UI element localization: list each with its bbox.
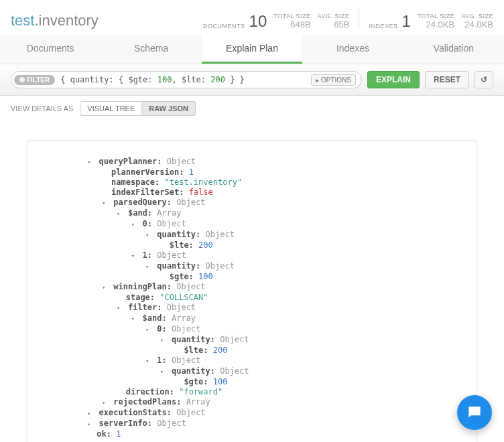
toggle-icon[interactable]: ▾ bbox=[145, 230, 152, 240]
json-row: ▸ executionStats: Object bbox=[68, 408, 463, 419]
reset-button[interactable]: RESET bbox=[425, 71, 469, 88]
json-row: ▾ rejectedPlans: Array bbox=[68, 397, 463, 408]
idx-avgsize-label: AVG. SIZE bbox=[461, 13, 493, 19]
options-button[interactable]: ▸ OPTIONS bbox=[311, 74, 356, 86]
json-row: ok: 1 bbox=[68, 429, 463, 439]
toggle-icon[interactable]: ▾ bbox=[145, 356, 152, 366]
json-row: ▾ 1: Object bbox=[68, 250, 463, 261]
chat-widget[interactable] bbox=[457, 395, 492, 430]
json-row: ▾ winningPlan: Object bbox=[68, 282, 463, 293]
json-output: ▾ queryPlanner: Object plannerVersion: 1… bbox=[27, 140, 477, 442]
avgsize-label: AVG. SIZE bbox=[318, 13, 350, 19]
docs-label: DOCUMENTS bbox=[203, 23, 245, 29]
json-row: ▾ filter: Object bbox=[68, 303, 463, 313]
json-row: ▾ quantity: Object bbox=[68, 366, 463, 377]
collection-tabs: Documents Schema Explain Plan Indexes Va… bbox=[0, 35, 504, 64]
totalsize-label: TOTAL SIZE bbox=[273, 13, 310, 19]
json-row: ▾ quantity: Object bbox=[68, 261, 463, 272]
json-row: ▸ serverInfo: Object bbox=[68, 419, 463, 429]
json-row: ▾ 1: Object bbox=[68, 356, 463, 366]
toggle-icon[interactable]: ▾ bbox=[102, 283, 109, 293]
json-row: stage: "COLLSCAN" bbox=[68, 293, 463, 303]
stats-separator bbox=[359, 9, 359, 29]
json-row: direction: "forward" bbox=[68, 387, 463, 397]
json-row: ▾ $and: Array bbox=[68, 313, 463, 324]
toggle-icon[interactable]: ▾ bbox=[145, 325, 152, 335]
toggle-icon[interactable]: ▾ bbox=[131, 220, 137, 230]
json-row: ▾ $and: Array bbox=[68, 208, 463, 219]
explain-button[interactable]: EXPLAIN bbox=[367, 71, 420, 88]
json-row: $lte: 200 bbox=[68, 346, 463, 356]
filter-badge: FILTER bbox=[14, 75, 55, 85]
toggle-icon[interactable]: ▾ bbox=[117, 303, 123, 313]
view-details-label: VIEW DETAILS AS bbox=[11, 104, 73, 113]
toggle-icon[interactable]: ▾ bbox=[145, 262, 152, 272]
json-row: indexFilterSet: false bbox=[68, 188, 463, 198]
json-row: ▾ 0: Object bbox=[68, 219, 463, 230]
toggle-icon[interactable]: ▾ bbox=[117, 209, 123, 219]
toggle-icon[interactable]: ▾ bbox=[160, 336, 167, 346]
avgsize-value: 65B bbox=[318, 19, 350, 29]
tab-documents[interactable]: Documents bbox=[0, 35, 101, 64]
tab-indexes[interactable]: Indexes bbox=[302, 35, 403, 64]
toggle-icon[interactable]: ▸ bbox=[87, 409, 94, 419]
totalsize-value: 648B bbox=[273, 19, 310, 29]
tab-schema[interactable]: Schema bbox=[101, 35, 201, 64]
idx-totalsize-value: 24.0KB bbox=[418, 19, 454, 29]
indexes-label: INDEXES bbox=[369, 23, 397, 29]
json-row: $gte: 100 bbox=[68, 272, 463, 282]
idx-avgsize-value: 24.0KB bbox=[461, 19, 493, 29]
tab-validation[interactable]: Validation bbox=[403, 35, 504, 64]
visual-tree-button[interactable]: VISUAL TREE bbox=[80, 101, 142, 116]
indexes-count: 1 bbox=[401, 13, 410, 29]
json-row: ▾ quantity: Object bbox=[68, 335, 463, 346]
json-row: $lte: 200 bbox=[68, 240, 463, 250]
json-row: namespace: "test.inventory" bbox=[68, 177, 463, 188]
json-row: ▾ 0: Object bbox=[68, 324, 463, 335]
history-icon: ↺ bbox=[481, 75, 487, 84]
namespace-title: test.inventory bbox=[11, 12, 99, 29]
toggle-icon[interactable]: ▸ bbox=[87, 419, 94, 429]
toggle-icon[interactable]: ▾ bbox=[102, 198, 109, 208]
raw-json-button[interactable]: RAW JSON bbox=[142, 101, 196, 116]
toggle-icon[interactable]: ▾ bbox=[131, 251, 137, 261]
json-row: ▾ quantity: Object bbox=[68, 230, 463, 240]
filter-text[interactable]: { quantity: { $gte: 100, $lte: 200 } } bbox=[55, 75, 311, 84]
idx-totalsize-label: TOTAL SIZE bbox=[418, 13, 454, 19]
toggle-icon[interactable]: ▾ bbox=[102, 398, 109, 408]
toggle-icon[interactable]: ▾ bbox=[131, 314, 137, 324]
filter-input[interactable]: FILTER { quantity: { $gte: 100, $lte: 20… bbox=[11, 71, 362, 88]
toggle-icon[interactable]: ▾ bbox=[87, 157, 94, 167]
chat-icon bbox=[466, 404, 483, 421]
json-row: plannerVersion: 1 bbox=[68, 167, 463, 177]
history-button[interactable]: ↺ bbox=[475, 71, 493, 88]
tab-explain-plan[interactable]: Explain Plan bbox=[202, 35, 302, 64]
view-toggle: VISUAL TREE RAW JSON bbox=[80, 101, 196, 116]
toggle-icon[interactable]: ▾ bbox=[160, 367, 167, 377]
json-row: $gte: 100 bbox=[68, 377, 463, 387]
json-row: ▾ queryPlanner: Object bbox=[68, 157, 463, 167]
json-row: ▾ parsedQuery: Object bbox=[68, 198, 463, 208]
docs-count: 10 bbox=[249, 13, 267, 29]
